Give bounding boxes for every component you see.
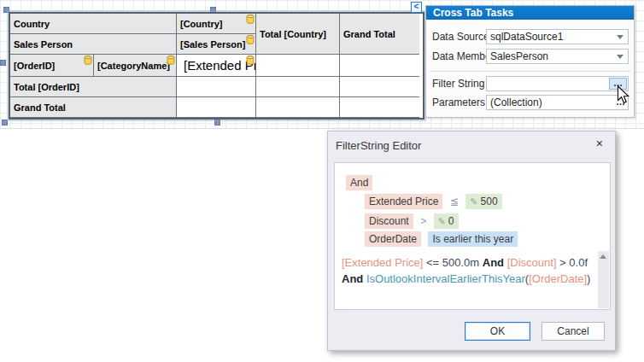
parameters-ellipsis-button[interactable]: …: [610, 96, 625, 108]
data-source-value: sqlDataSource1: [490, 31, 563, 43]
dialog-title: FilterString Editor: [336, 139, 421, 152]
group-operator-chip[interactable]: And: [346, 175, 372, 190]
crosstab-cell-empty[interactable]: [256, 55, 340, 77]
cell-text: Total [Country]: [260, 29, 326, 39]
selection-handle-bottom-left[interactable]: [2, 120, 8, 126]
panel-separator: [430, 71, 630, 72]
crosstab-cell-extended-price[interactable]: [Extended Price]: [177, 55, 256, 77]
crosstab-cell-salesperson-field[interactable]: [Sales Person]: [177, 34, 256, 55]
cell-text: [CategoryName]: [97, 61, 170, 71]
condition-value-text: 500: [481, 196, 498, 207]
cell-text: [Country]: [180, 19, 223, 29]
condition-operator[interactable]: >: [420, 213, 426, 229]
condition-field-chip[interactable]: Discount: [365, 213, 413, 229]
crosstab-cell-empty[interactable]: [340, 97, 419, 118]
parameters-input[interactable]: (Collection) …: [486, 95, 629, 110]
cancel-button[interactable]: Cancel: [542, 322, 605, 341]
condition-field-chip[interactable]: OrderDate: [365, 231, 421, 247]
database-field-icon: [246, 55, 255, 65]
condition-row-orderdate: OrderDate Is earlier this year: [365, 231, 518, 247]
ok-button[interactable]: OK: [465, 322, 530, 341]
crosstab-cell-empty[interactable]: [340, 55, 419, 77]
cell-text: Grand Total: [14, 102, 66, 113]
crosstab-cell-country-header[interactable]: Country: [10, 14, 177, 34]
close-icon[interactable]: ×: [596, 137, 603, 149]
pencil-icon: ✎: [470, 196, 477, 207]
crosstab-cell-empty[interactable]: [177, 97, 256, 118]
crosstab-cell-total-orderid[interactable]: Total [OrderID]: [10, 77, 177, 97]
database-field-icon: [246, 35, 255, 44]
crosstab-cell-total-country[interactable]: Total [Country]: [256, 14, 340, 55]
crosstab-control[interactable]: Country Sales Person [OrderID] [Category…: [9, 12, 424, 120]
condition-operator-chip[interactable]: Is earlier this year: [428, 231, 518, 247]
data-source-combobox[interactable]: sqlDataSource1: [486, 29, 629, 44]
group-operator-row: And: [346, 174, 372, 190]
condition-operator[interactable]: ≦: [450, 194, 459, 209]
selection-handle-bottom-center[interactable]: [214, 120, 220, 126]
filter-string-label: Filter String: [432, 76, 484, 91]
condition-row-discount: Discount > ✎0: [365, 213, 459, 229]
condition-row-extended-price: Extended Price ≦ ✎500: [365, 193, 502, 209]
database-field-icon: [84, 55, 92, 65]
cell-text: Sales Person: [14, 39, 73, 50]
crosstab-cell-empty[interactable]: [177, 77, 256, 97]
filter-string-ellipsis-button[interactable]: …: [609, 78, 627, 90]
report-designer-surface: { "icons": { "db_field": "database-field…: [0, 0, 644, 362]
selection-handle-middle-left[interactable]: [0, 60, 6, 66]
scroll-up-icon[interactable]: [600, 254, 606, 259]
filter-string-input[interactable]: …: [486, 76, 629, 91]
cell-text: Grand Total: [343, 29, 395, 39]
filter-conditions-area: And Extended Price ≦ ✎500 Discount > ✎0 …: [334, 162, 611, 251]
cell-text: [OrderID]: [14, 61, 55, 71]
parameters-label: Parameters: [432, 95, 485, 110]
database-field-icon: [246, 15, 255, 24]
condition-field-chip[interactable]: Extended Price: [365, 194, 442, 209]
tasks-panel-title-text: Cross Tab Tasks: [433, 7, 513, 19]
data-member-label: Data Member: [432, 49, 495, 64]
smart-tag-collapse-icon[interactable]: <: [411, 2, 422, 13]
cell-text: Country: [14, 19, 50, 29]
crosstab-cell-categoryname[interactable]: [CategoryName]: [94, 55, 177, 77]
filter-expression-text: [Extended Price] <= 500.0m And [Discount…: [342, 254, 591, 287]
chevron-down-icon: [617, 55, 624, 59]
database-field-icon: [167, 55, 175, 65]
scrollbar[interactable]: [598, 251, 609, 308]
cell-text: Total [OrderID]: [14, 82, 79, 92]
data-member-combobox[interactable]: SalesPerson: [486, 49, 629, 64]
pencil-icon: ✎: [438, 216, 446, 226]
chevron-down-icon: [617, 35, 624, 39]
crosstab-cell-empty[interactable]: [256, 97, 340, 118]
crosstab-tasks-panel: Cross Tab Tasks Data Source sqlDataSourc…: [425, 5, 635, 118]
filterstring-editor-dialog: FilterString Editor × And Extended Price…: [327, 131, 616, 351]
smart-tag-glyph: <: [414, 2, 419, 11]
crosstab-cell-empty[interactable]: [340, 77, 419, 97]
data-source-label: Data Source: [432, 29, 489, 44]
crosstab-cell-salesperson-header[interactable]: Sales Person: [10, 34, 177, 55]
tasks-panel-title: Cross Tab Tasks: [426, 6, 634, 20]
crosstab-cell-empty[interactable]: [256, 77, 340, 97]
crosstab-cell-grand-total-row[interactable]: Grand Total: [10, 97, 177, 118]
condition-value-chip[interactable]: ✎500: [465, 194, 501, 209]
parameters-value: (Collection): [490, 96, 542, 108]
cell-text: [Sales Person]: [180, 39, 245, 50]
condition-value-chip[interactable]: ✎0: [434, 213, 459, 229]
crosstab-cell-grand-total-col[interactable]: Grand Total: [340, 14, 419, 55]
data-member-value: SalesPerson: [490, 50, 548, 62]
condition-value-text: 0: [448, 215, 454, 227]
filter-expression-preview[interactable]: [Extended Price] <= 500.0m And [Discount…: [334, 250, 611, 310]
crosstab-cell-country-field[interactable]: [Country]: [177, 14, 256, 34]
crosstab-cell-orderid[interactable]: [OrderID]: [10, 55, 94, 77]
